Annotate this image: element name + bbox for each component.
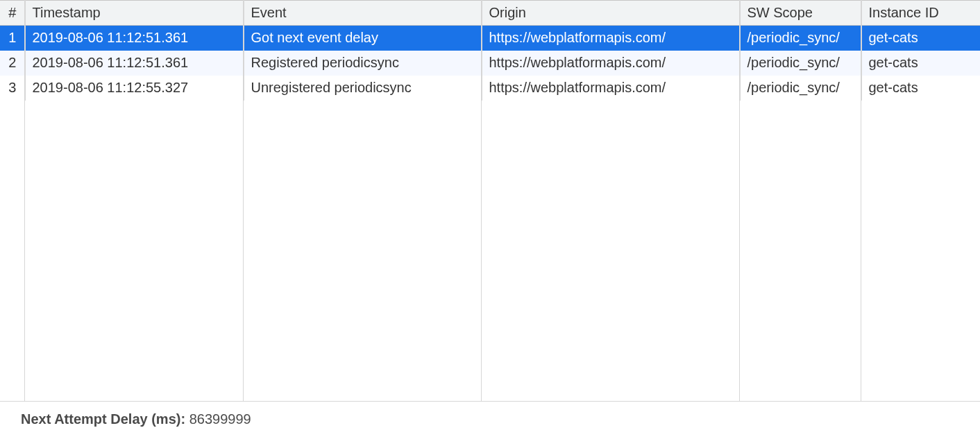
column-header-sw-scope[interactable]: SW Scope <box>740 1 861 26</box>
cell-event: Got next event delay <box>244 26 482 51</box>
cell-origin: https://webplatformapis.com/ <box>482 51 740 76</box>
event-log-table-container: # Timestamp Event Origin SW Scope Instan… <box>0 0 980 402</box>
column-header-index[interactable]: # <box>0 1 25 26</box>
next-attempt-delay-label: Next Attempt Delay (ms): <box>21 411 189 427</box>
cell-index: 3 <box>0 76 25 101</box>
cell-index: 1 <box>0 26 25 51</box>
table-row[interactable]: 22019-08-06 11:12:51.361Registered perio… <box>0 51 980 76</box>
cell-event: Registered periodicsync <box>244 51 482 76</box>
next-attempt-delay: Next Attempt Delay (ms): 86399999 <box>0 402 980 437</box>
cell-sw-scope: /periodic_sync/ <box>740 51 861 76</box>
cell-timestamp: 2019-08-06 11:12:51.361 <box>25 51 244 76</box>
cell-sw-scope: /periodic_sync/ <box>740 76 861 101</box>
cell-instance-id: get-cats <box>861 76 980 101</box>
column-header-event[interactable]: Event <box>244 1 482 26</box>
column-header-origin[interactable]: Origin <box>482 1 740 26</box>
cell-timestamp: 2019-08-06 11:12:55.327 <box>25 76 244 101</box>
cell-origin: https://webplatformapis.com/ <box>482 76 740 101</box>
cell-origin: https://webplatformapis.com/ <box>482 26 740 51</box>
table-header-row: # Timestamp Event Origin SW Scope Instan… <box>0 1 980 26</box>
cell-index: 2 <box>0 51 25 76</box>
cell-sw-scope: /periodic_sync/ <box>740 26 861 51</box>
column-header-timestamp[interactable]: Timestamp <box>25 1 244 26</box>
cell-event: Unregistered periodicsync <box>244 76 482 101</box>
column-header-instance-id[interactable]: Instance ID <box>861 1 980 26</box>
table-row[interactable]: 32019-08-06 11:12:55.327Unregistered per… <box>0 76 980 101</box>
next-attempt-delay-value: 86399999 <box>189 411 251 427</box>
event-log-table: # Timestamp Event Origin SW Scope Instan… <box>0 0 980 101</box>
cell-timestamp: 2019-08-06 11:12:51.361 <box>25 26 244 51</box>
cell-instance-id: get-cats <box>861 26 980 51</box>
cell-instance-id: get-cats <box>861 51 980 76</box>
table-row[interactable]: 12019-08-06 11:12:51.361Got next event d… <box>0 26 980 51</box>
